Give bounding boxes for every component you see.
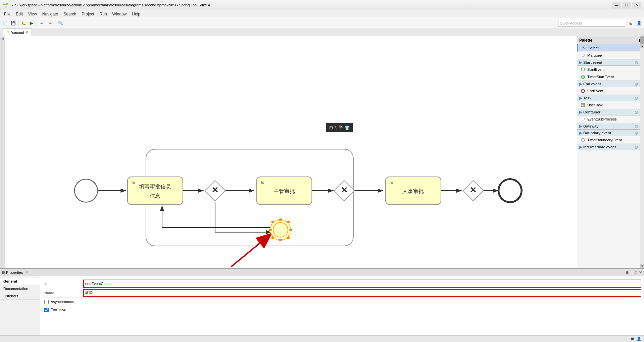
toolbar-save[interactable]: 💾 xyxy=(9,19,17,27)
user-task-label: UserTask xyxy=(587,103,603,107)
svg-text:⏱: ⏱ xyxy=(582,76,584,78)
menu-run[interactable]: Run xyxy=(97,11,110,17)
svg-point-31 xyxy=(287,221,290,224)
palette-section-end-event[interactable]: ▶ End event ◎ xyxy=(577,81,640,87)
bpmn-diagram: ⊟ 填写审批信息 信息 ✕ ⊟ 主管审批 ✕ ⊟ 人事审批 xyxy=(5,36,577,268)
end-event-section-label: End event xyxy=(583,82,601,86)
status-icon-1[interactable]: ⊞ xyxy=(631,337,634,341)
palette-section-task[interactable]: ▶ Task ◎ xyxy=(577,95,640,101)
exclusive-checkbox[interactable] xyxy=(44,308,49,312)
toolbar-debug[interactable]: 🐛 xyxy=(20,19,27,27)
properties-icon-1[interactable]: ⊞ xyxy=(626,270,629,275)
toolbar-run[interactable]: ▶ xyxy=(28,19,35,27)
svg-text:⊟: ⊟ xyxy=(582,104,584,106)
svg-point-40 xyxy=(581,138,585,142)
props-exclusive-row: Exclusive xyxy=(43,306,641,314)
gateway-3: ✕ xyxy=(463,181,483,201)
palette-item-timer-boundary[interactable]: TimerBoundaryEvent xyxy=(577,136,640,144)
palette-item-end-event[interactable]: EndEvent xyxy=(577,87,640,95)
boundary-collapse-icon: ◎ xyxy=(635,131,638,135)
select-cursor-icon: ↖ xyxy=(582,46,586,50)
status-icon-2[interactable]: 👤 xyxy=(637,337,641,341)
async-checkbox[interactable] xyxy=(44,300,49,304)
start-event-label: StartEvent xyxy=(587,67,604,71)
canvas-area[interactable]: ⊟ 填写审批信息 信息 ✕ ⊟ 主管审批 ✕ ⊟ 人事审批 xyxy=(5,36,577,268)
async-label: Asynchronous xyxy=(51,300,74,304)
boundary-event-section-label: Boundary event xyxy=(583,131,611,135)
menu-navigate[interactable]: Navigate xyxy=(40,11,61,17)
toolbar-person[interactable]: 👤 xyxy=(635,19,643,27)
palette-vscrollbar[interactable]: ▲ ▼ xyxy=(640,44,644,268)
tab-second[interactable]: ⚙ *second ✕ xyxy=(3,29,32,36)
palette-item-start-event[interactable]: StartEvent xyxy=(577,66,640,73)
timer-start-label: TimerStartEvent xyxy=(587,75,614,79)
svg-text:✕: ✕ xyxy=(469,186,477,195)
svg-point-28 xyxy=(279,218,282,222)
name-input[interactable] xyxy=(83,289,641,297)
toolbar-perspectives[interactable]: ⊞ xyxy=(627,19,635,27)
properties-icon-2[interactable]: – xyxy=(631,271,633,275)
palette-section-start-event[interactable]: ▶ Start event ◎ xyxy=(577,59,640,66)
quick-access-label: Quick Access xyxy=(560,21,582,25)
toolbar-search[interactable]: 🔍 xyxy=(57,19,64,27)
menu-view[interactable]: View xyxy=(26,11,40,17)
properties-close-icon[interactable]: ✕ xyxy=(639,270,642,275)
menu-edit[interactable]: Edit xyxy=(13,11,26,17)
properties-icon-3[interactable]: □ xyxy=(635,271,637,275)
container-expand-icon: ▶ xyxy=(579,110,582,114)
props-tab-listeners[interactable]: Listeners xyxy=(0,292,40,300)
props-tab-general[interactable]: General xyxy=(0,278,40,285)
user-task-icon: ⊟ xyxy=(581,103,585,107)
toolbar-undo[interactable]: ↩ xyxy=(38,19,46,27)
svg-point-26 xyxy=(269,228,272,232)
toolbar-sep-2 xyxy=(37,20,37,26)
gateway-collapse-icon: ◎ xyxy=(635,124,638,129)
palette-item-event-subprocess[interactable]: ⊞ EventSubProcess xyxy=(577,115,640,123)
intermediate-event-section-label: Intermediate event xyxy=(583,145,616,149)
properties-header: ⊟ Properties ✕ ⊞ – □ ✕ xyxy=(0,269,644,276)
timer-boundary-label: TimerBoundaryEvent xyxy=(587,138,622,142)
palette-section-gateway[interactable]: ▶ Gateway ◎ xyxy=(577,123,640,130)
marquee-label: Marquee xyxy=(587,53,602,57)
menu-help[interactable]: Help xyxy=(129,11,143,17)
palette-item-user-task[interactable]: ⊟ UserTask xyxy=(577,101,640,109)
palette-section-container[interactable]: ▶ Container ◎ xyxy=(577,109,640,115)
minimize-button[interactable]: — xyxy=(612,2,621,8)
palette-item-marquee[interactable]: ⊡ Marquee xyxy=(577,52,640,59)
svg-text:⊟: ⊟ xyxy=(132,180,136,185)
palette-vscroll-down[interactable]: ▼ xyxy=(640,264,644,268)
svg-point-29 xyxy=(279,238,282,242)
properties-header-icons: ⊞ – □ ✕ xyxy=(626,270,642,275)
task-expand-icon: ▶ xyxy=(579,96,582,100)
id-label: Id xyxy=(43,282,83,286)
menu-file[interactable]: File xyxy=(1,11,13,17)
palette-scroll-area[interactable]: ↖ Select ⊡ Marquee ▶ Start event ◎ Start… xyxy=(577,44,644,268)
id-input[interactable] xyxy=(83,280,641,288)
palette-vscroll-up[interactable]: ▲ xyxy=(640,44,644,48)
close-button[interactable]: ✕ xyxy=(632,2,641,8)
palette-section-intermediate-event[interactable]: ▶ Intermediate event ◎ xyxy=(577,144,640,150)
palette-section-boundary-event[interactable]: ▶ Boundary event ◎ xyxy=(577,130,640,136)
properties-content: Id Name Asynchronous Exclusive xyxy=(40,276,644,342)
svg-text:填写审批信息: 填写审批信息 xyxy=(139,183,171,189)
props-tab-documentation[interactable]: Documentation xyxy=(0,285,40,292)
toolbar-redo[interactable]: ↪ xyxy=(46,19,54,27)
quick-access-box[interactable]: Quick Access xyxy=(558,20,625,27)
task-collapse-icon: ◎ xyxy=(635,96,638,100)
tooltip-icon-1: ⊞ xyxy=(329,125,333,130)
properties-body: General Documentation Listeners Id Name xyxy=(0,276,644,342)
toolbar-new[interactable]: 📄 xyxy=(1,19,9,27)
maximize-button[interactable]: □ xyxy=(622,2,631,8)
start-event-icon xyxy=(581,67,585,72)
left-bar: ⊞ xyxy=(0,36,5,268)
menu-search[interactable]: Search xyxy=(61,11,79,17)
menu-project[interactable]: Project xyxy=(79,11,97,17)
gateway-tooltip: ⊞ °, 半 👕 xyxy=(326,123,353,132)
palette-item-timer-start[interactable]: ⏱ TimerStartEvent xyxy=(577,73,640,81)
properties-tab-indicator: ✕ xyxy=(26,271,28,274)
tab-close-icon[interactable]: ✕ xyxy=(26,31,28,34)
svg-text:人事审批: 人事审批 xyxy=(402,188,424,194)
tooltip-separator: °, xyxy=(334,125,337,130)
menu-window[interactable]: Window xyxy=(110,11,130,17)
palette-item-select[interactable]: ↖ Select xyxy=(577,44,640,52)
